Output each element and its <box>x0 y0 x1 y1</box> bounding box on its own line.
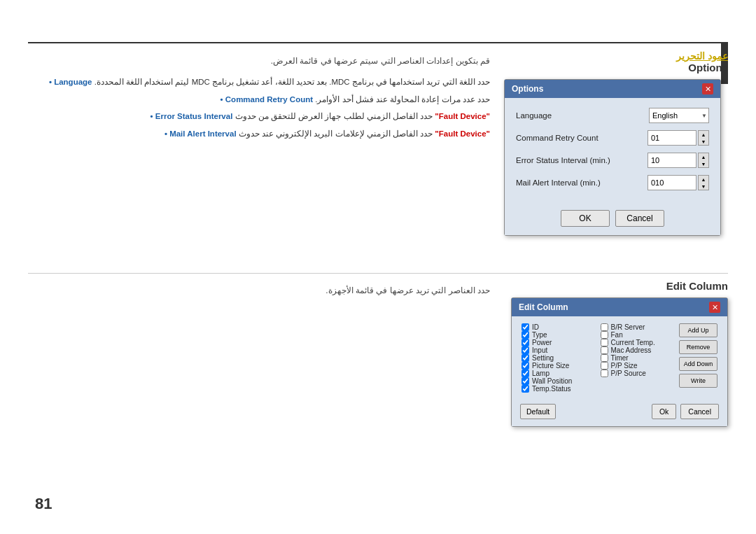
options-ok-button[interactable]: OK <box>561 210 610 227</box>
checkbox-pp-source-input[interactable] <box>601 370 608 377</box>
edit-column-close-button[interactable]: ✕ <box>709 302 720 313</box>
spin-up-button[interactable]: ▲ <box>699 131 708 138</box>
options-mail-row: Mail Alert Interval (min.) ▲ ▼ <box>516 175 709 190</box>
edit-column-content-row: ID Type Power Input Setting Picture Size… <box>522 323 718 393</box>
edit-column-side-buttons: Add Up Remove Add Down Write <box>679 323 718 393</box>
edit-column-body: ID Type Power Input Setting Picture Size… <box>512 316 727 400</box>
checkbox-power: Power <box>522 339 596 346</box>
checkbox-br-server-input[interactable] <box>601 323 608 331</box>
checkbox-br-server: B/R Server <box>601 323 676 331</box>
options-error-input-group: ▲ ▼ <box>648 153 709 168</box>
bullet-language-arabic: حدد اللغة التي تريد استخدامها في برنامج … <box>92 78 490 86</box>
checkbox-grid: ID Type Power Input Setting Picture Size… <box>522 323 675 393</box>
options-error-label: Error Status Interval (min.) <box>516 156 610 164</box>
right-checkboxes: B/R Server Fan Current Temp. Mac Address… <box>601 323 676 393</box>
checkbox-temp-status-input[interactable] <box>522 385 529 393</box>
checkbox-power-input[interactable] <box>522 339 529 346</box>
checkbox-current-temp: Current Temp. <box>601 339 676 346</box>
bullet-retry-arabic: حدد عدد مرات إعادة المحاولة عند فشل أحد … <box>313 95 490 104</box>
checkbox-pp-size-input[interactable] <box>601 362 608 370</box>
options-language-label: Language <box>516 111 552 120</box>
bullet-error-label: Error Status Interval • <box>150 112 233 120</box>
options-close-button[interactable]: ✕ <box>702 83 713 94</box>
checkbox-input: Input <box>522 346 596 354</box>
section-divider <box>28 273 728 274</box>
checkbox-setting-input[interactable] <box>522 354 529 362</box>
edit-column-section-title: Edit Column <box>504 280 728 292</box>
options-error-row: Error Status Interval (min.) ▲ ▼ <box>516 153 709 168</box>
mail-spin-down-button[interactable]: ▼ <box>699 183 708 190</box>
options-retry-row: Command Retry Count ▲ ▼ <box>516 130 709 146</box>
checkbox-id: ID <box>522 323 596 331</box>
edit-column-section: Edit Column Edit Column ✕ ID Type Power <box>504 280 728 427</box>
write-button[interactable]: Write <box>679 374 718 388</box>
checkbox-type-input[interactable] <box>522 331 529 339</box>
options-dialog: Options ✕ Language English ▼ Command Ret… <box>504 79 721 236</box>
checkbox-fan-input[interactable] <box>601 331 608 339</box>
add-up-button[interactable]: Add Up <box>679 323 718 337</box>
options-retry-label: Command Retry Count <box>516 134 598 142</box>
options-error-spinner: ▲ ▼ <box>698 153 709 168</box>
bullet-error-fault: "Fault Device" <box>435 112 490 120</box>
page-number: 81 <box>35 495 52 513</box>
top-arabic-text: قم بتكوين إعدادات العناصر التي سيتم عرضه… <box>271 56 490 66</box>
checkbox-wall-position: Wall Position <box>522 377 596 385</box>
options-mail-input[interactable] <box>648 175 696 190</box>
options-titlebar: Options ✕ <box>505 80 720 98</box>
bullet-mail-fault: "Fault Device" <box>435 129 490 138</box>
checkbox-timer: Timer <box>601 354 676 362</box>
options-mail-label: Mail Alert Interval (min.) <box>516 178 601 187</box>
error-spin-up-button[interactable]: ▲ <box>699 153 708 160</box>
options-section: Options Options ✕ Language English ▼ Com… <box>504 62 728 236</box>
bullet-language: حدد اللغة التي تريد استخدامها في برنامج … <box>28 76 490 90</box>
options-title-text: Options <box>512 84 543 94</box>
arabic-section-heading: عمود التحرير <box>676 50 728 62</box>
edit-column-default-button[interactable]: Default <box>520 404 556 419</box>
checkbox-picture-size: Picture Size <box>522 362 596 370</box>
options-section-title: Options <box>504 62 728 73</box>
options-language-select-wrapper: English ▼ <box>649 108 709 123</box>
top-border <box>28 42 728 43</box>
spin-down-button[interactable]: ▼ <box>699 138 708 145</box>
bullet-mail: "Fault Device" حدد الفاصل الزمني لإعلاما… <box>28 127 490 141</box>
checkbox-mac-address-input[interactable] <box>601 346 608 354</box>
checkbox-wall-position-input[interactable] <box>522 377 529 385</box>
checkbox-timer-input[interactable] <box>601 354 608 362</box>
checkbox-mac-address: Mac Address <box>601 346 676 354</box>
checkbox-lamp-input[interactable] <box>522 370 529 377</box>
options-retry-input-group: ▲ ▼ <box>648 130 709 146</box>
options-error-input[interactable] <box>648 153 696 168</box>
checkbox-type: Type <box>522 331 596 339</box>
mail-spin-up-button[interactable]: ▲ <box>699 176 708 183</box>
options-retry-spinner: ▲ ▼ <box>698 130 709 146</box>
options-cancel-button[interactable]: Cancel <box>615 210 664 227</box>
checkbox-id-input[interactable] <box>522 323 529 331</box>
options-dialog-body: Language English ▼ Command Retry Count ▲… <box>505 98 720 204</box>
options-mail-input-group: ▲ ▼ <box>648 175 709 190</box>
edit-column-titlebar: Edit Column ✕ <box>512 298 727 316</box>
edit-column-ok-button[interactable]: Ok <box>652 404 676 419</box>
checkbox-setting: Setting <box>522 354 596 362</box>
edit-column-arabic-text: حدد العناصر التي تريد عرضها في قائمة الأ… <box>28 286 490 295</box>
remove-button[interactable]: Remove <box>679 340 718 354</box>
edit-column-cancel-button[interactable]: Cancel <box>680 404 719 419</box>
bullet-mail-arabic: حدد الفاصل الزمني لإعلامات البريد الإلكت… <box>237 129 433 138</box>
checkbox-picture-size-input[interactable] <box>522 362 529 370</box>
left-checkboxes: ID Type Power Input Setting Picture Size… <box>522 323 596 393</box>
bullet-list: حدد اللغة التي تريد استخدامها في برنامج … <box>28 76 490 144</box>
bullet-error: "Fault Device" حدد الفاصل الزمني لطلب جه… <box>28 110 490 124</box>
checkbox-input-input[interactable] <box>522 346 529 354</box>
checkbox-current-temp-input[interactable] <box>601 339 608 346</box>
options-language-select[interactable]: English <box>649 108 709 123</box>
checkbox-lamp: Lamp <box>522 370 596 377</box>
edit-column-checkboxes: ID Type Power Input Setting Picture Size… <box>522 323 675 393</box>
add-down-button[interactable]: Add Down <box>679 357 718 371</box>
error-spin-down-button[interactable]: ▼ <box>699 160 708 167</box>
edit-column-footer: Default Ok Cancel <box>512 400 727 426</box>
checkbox-pp-size: P/P Size <box>601 362 676 370</box>
checkbox-temp-status: Temp.Status <box>522 385 596 393</box>
edit-column-footer-right: Ok Cancel <box>652 404 719 419</box>
edit-column-title-text: Edit Column <box>519 302 568 312</box>
options-retry-input[interactable] <box>648 130 696 146</box>
bullet-mail-label: Mail Alert Interval • <box>164 129 237 138</box>
